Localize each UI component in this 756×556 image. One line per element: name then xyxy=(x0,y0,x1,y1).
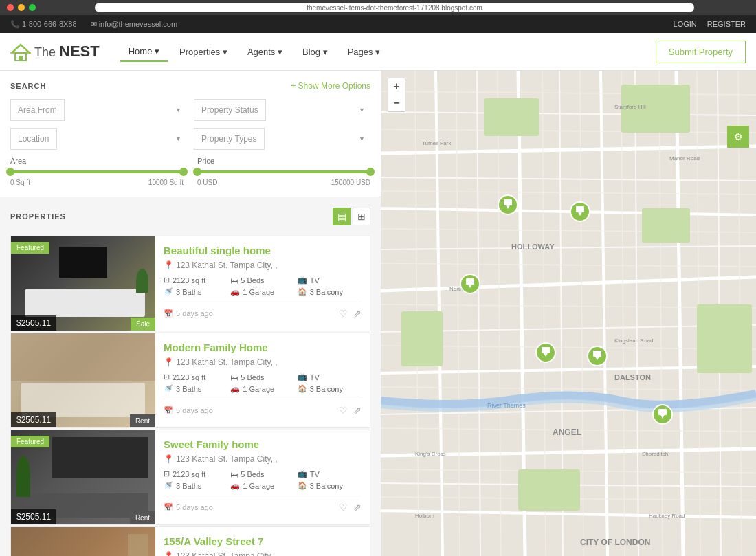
featured-badge-3: Featured xyxy=(11,436,49,447)
list-view-toggle[interactable]: ▤ xyxy=(333,208,351,225)
map-marker-3[interactable] xyxy=(570,202,590,221)
property-address-3: 📍 123 Kathal St. Tampa City, , xyxy=(164,454,362,464)
price-badge-3: $2505.11 xyxy=(11,509,56,524)
status-badge-3: Rent xyxy=(130,511,155,524)
properties-section: PROPERTIES ▤ ⊞ xyxy=(0,197,381,556)
price-range-group: Price 0 USD 150000 USD xyxy=(197,157,370,186)
submit-property-button[interactable]: Submit Property xyxy=(656,41,746,63)
area-range-thumb-max[interactable] xyxy=(179,168,188,176)
nav-item-home[interactable]: Home ▾ xyxy=(120,42,168,62)
map-marker-5[interactable] xyxy=(588,346,607,366)
feature-tv-2: 📺 TV xyxy=(298,372,362,381)
price-badge-2: $2505.11 xyxy=(11,412,56,427)
price-min: 0 USD xyxy=(197,179,217,186)
nav-item-agents[interactable]: Agents ▾ xyxy=(239,43,291,61)
area-range-group: Area 0 Sq ft 10000 Sq ft xyxy=(10,157,184,186)
like-icon-3[interactable]: ♡ xyxy=(339,502,348,513)
property-date-2: 📅 5 days ago xyxy=(164,406,339,415)
view-toggles: ▤ ⊞ xyxy=(333,208,370,225)
price-range-thumb-max[interactable] xyxy=(366,168,375,176)
feature-garage-2: 🚗 1 Garage xyxy=(230,384,294,393)
property-title-1[interactable]: Beautiful single home xyxy=(164,245,362,256)
range-section: Area 0 Sq ft 10000 Sq ft Price xyxy=(10,157,370,186)
pin-icon-4: 📍 xyxy=(164,551,174,556)
browser-address-bar[interactable]: themevessel-items-dot-themeforest-171208… xyxy=(95,3,694,12)
zoom-in-button[interactable]: + xyxy=(388,78,405,95)
map-svg: HOLLOWAY DALSTON ANGEL CITY OF LONDON Ri… xyxy=(381,71,756,556)
property-title-3[interactable]: Sweet Family home xyxy=(164,438,362,450)
share-icon-3[interactable]: ⇗ xyxy=(353,502,362,513)
map-marker-2[interactable] xyxy=(460,274,480,293)
feature-balcony-2: 🏠 3 Balcony xyxy=(298,384,362,393)
logo-text: The NEST xyxy=(34,43,100,60)
show-more-options[interactable]: + Show More Options xyxy=(291,81,370,91)
nav-item-pages[interactable]: Pages ▾ xyxy=(340,43,388,61)
map-gear-button[interactable]: ⚙ xyxy=(727,126,749,148)
bath-icon-2: 🚿 xyxy=(164,384,173,393)
main-nav: The NEST Home ▾ Properties ▾ Agents ▾ Bl… xyxy=(0,33,756,71)
like-icon-1[interactable]: ♡ xyxy=(339,308,348,319)
calendar-icon-3: 📅 xyxy=(164,503,173,512)
properties-header: PROPERTIES ▤ ⊞ xyxy=(10,208,370,225)
area-max: 10000 Sq ft xyxy=(148,179,184,186)
nav-item-blog[interactable]: Blog ▾ xyxy=(294,43,336,61)
pin-icon-1: 📍 xyxy=(164,260,174,270)
feature-garage-1: 🚗 1 Garage xyxy=(230,287,294,296)
property-title-4[interactable]: 155/A Valley Street 7 xyxy=(164,535,362,547)
svg-rect-1 xyxy=(19,56,23,61)
map-marker-1[interactable] xyxy=(498,195,518,214)
svg-text:Hackney Road: Hackney Road xyxy=(649,513,685,519)
feature-tv-3: 📺 TV xyxy=(298,469,362,478)
property-features-2: ⊡ 2123 sq ft 🛏 5 Beds 📺 TV 🚿 3 Baths xyxy=(164,372,362,393)
feature-sqft-3: ⊡ 2123 sq ft xyxy=(164,469,227,478)
map-marker-6[interactable] xyxy=(653,405,672,424)
bath-icon-3: 🚿 xyxy=(164,481,173,490)
property-status-select[interactable]: Property Status xyxy=(194,99,266,121)
search-row-2: Location Property Types xyxy=(10,128,370,150)
area-range-thumb-min[interactable] xyxy=(6,168,14,176)
garage-icon-1: 🚗 xyxy=(230,287,240,296)
area-from-wrapper: Area From xyxy=(10,99,187,121)
feature-balcony-1: 🏠 3 Balcony xyxy=(298,287,362,296)
properties-title: PROPERTIES xyxy=(10,212,66,221)
grid-view-toggle[interactable]: ⊞ xyxy=(353,208,370,225)
like-icon-2[interactable]: ♡ xyxy=(339,405,348,416)
property-info-1: Beautiful single home 📍 123 Kathal St. T… xyxy=(155,236,370,331)
browser-dot-close[interactable] xyxy=(7,4,14,11)
logo-icon xyxy=(10,42,31,61)
property-title-2[interactable]: Modern Family Home xyxy=(164,342,362,353)
property-address-4: 📍 123 Kathal St. Tampa City, , xyxy=(164,551,362,556)
nav-items: Home ▾ Properties ▾ Agents ▾ Blog ▾ Page… xyxy=(120,42,388,62)
property-info-4: 155/A Valley Street 7 📍 123 Kathal St. T… xyxy=(155,527,370,556)
share-icon-2[interactable]: ⇗ xyxy=(353,405,362,416)
browser-dot-maximize[interactable] xyxy=(29,4,36,11)
area-from-select[interactable]: Area From xyxy=(10,99,65,121)
location-select[interactable]: Location xyxy=(10,128,57,150)
browser-dot-minimize[interactable] xyxy=(18,4,25,11)
price-range-thumb-min[interactable] xyxy=(193,168,201,176)
share-icon-1[interactable]: ⇗ xyxy=(353,308,362,319)
search-section: SEARCH + Show More Options Area From Pro… xyxy=(0,71,381,197)
balcony-icon-3: 🏠 xyxy=(298,481,307,490)
property-image-3: Featured $2505.11 Rent xyxy=(11,430,155,524)
property-info-3: Sweet Family home 📍 123 Kathal St. Tampa… xyxy=(155,430,370,524)
map-zoom-controls: + − xyxy=(388,78,405,112)
area-range-fill xyxy=(10,170,184,173)
nav-item-properties[interactable]: Properties ▾ xyxy=(171,43,236,61)
svg-rect-46 xyxy=(642,208,690,243)
property-types-select[interactable]: Property Types xyxy=(194,128,265,150)
login-link[interactable]: LOGIN xyxy=(674,20,697,28)
zoom-out-button[interactable]: − xyxy=(388,95,405,111)
svg-rect-45 xyxy=(401,311,443,366)
svg-text:Stamford Hill: Stamford Hill xyxy=(614,104,646,110)
garage-icon-2: 🚗 xyxy=(230,384,240,393)
register-link[interactable]: REGISTER xyxy=(707,20,746,28)
sqft-icon-2: ⊡ xyxy=(164,372,170,381)
search-row-1: Area From Property Status xyxy=(10,99,370,121)
property-date-1: 📅 5 days ago xyxy=(164,309,339,318)
map-marker-4[interactable] xyxy=(536,343,555,362)
feature-balcony-3: 🏠 3 Balcony xyxy=(298,481,362,490)
status-badge-1: Sale xyxy=(131,318,155,331)
feature-sqft-2: ⊡ 2123 sq ft xyxy=(164,372,227,381)
location-wrapper: Location xyxy=(10,128,187,150)
